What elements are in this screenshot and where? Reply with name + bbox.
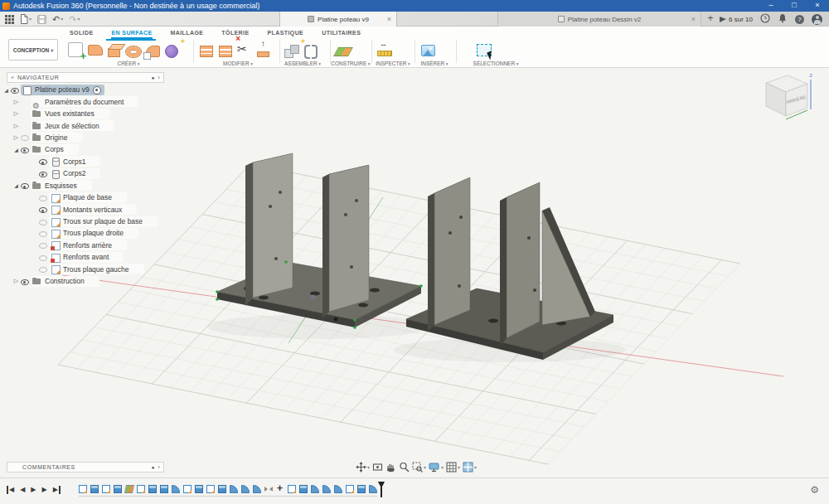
job-status[interactable]: 6 sur 10: [720, 16, 753, 23]
document-tab-inactive[interactable]: Platine poteau Dessin v2 ×: [497, 12, 701, 27]
panel-collapse-icon[interactable]: ›: [158, 463, 160, 471]
navigator-item[interactable]: Origine: [0, 132, 182, 143]
visibility-eye-icon[interactable]: [21, 277, 31, 285]
tab-close-icon[interactable]: ×: [387, 15, 391, 23]
timeline-feature-icon[interactable]: [357, 485, 366, 493]
expander-icon[interactable]: [12, 123, 21, 129]
navigator-item[interactable]: Trous plaque droite: [0, 227, 182, 239]
activate-component-radio[interactable]: [64, 145, 75, 153]
timeline-feature-icon[interactable]: [276, 485, 284, 493]
timeline-feature-icon[interactable]: [322, 485, 331, 493]
activate-component-radio[interactable]: [67, 133, 79, 142]
navigator-item[interactable]: Platine poteau v9: [0, 84, 182, 95]
redo-icon[interactable]: ↷: [69, 15, 80, 24]
expander-icon[interactable]: [12, 99, 21, 105]
new-tab-button[interactable]: +: [704, 12, 717, 27]
collapse-chevrons-icon[interactable]: «: [11, 75, 14, 80]
ribbon-tab[interactable]: SOLIDE: [70, 30, 93, 39]
pan-orbit-icon[interactable]: [356, 462, 370, 472]
select-group-label[interactable]: SÉLECTIONNER: [473, 61, 519, 66]
visibility-eye-icon[interactable]: [39, 193, 49, 201]
extrude-button[interactable]: [105, 41, 124, 61]
visibility-eye-icon[interactable]: [39, 158, 49, 166]
construct-group-label[interactable]: CONSTRUIRE: [331, 61, 370, 66]
ribbon-tab[interactable]: PLASTIQUE: [268, 30, 304, 39]
go-to-end-button[interactable]: ▶: [53, 486, 61, 494]
expander-icon[interactable]: [12, 147, 21, 153]
grid-settings-icon[interactable]: [446, 462, 460, 472]
navigator-item[interactable]: Vues existantes: [0, 108, 182, 119]
visibility-eye-icon[interactable]: [21, 122, 31, 130]
activate-component-radio[interactable]: [90, 85, 101, 94]
modify-group-label[interactable]: MODIFIER: [223, 61, 253, 66]
visibility-eye-icon[interactable]: [39, 253, 49, 261]
activate-component-radio[interactable]: [122, 206, 133, 214]
navigator-item[interactable]: Jeux de sélection: [0, 119, 182, 131]
model-bracket-left[interactable]: [216, 153, 423, 329]
activate-component-radio[interactable]: [85, 158, 97, 166]
play-button[interactable]: ▶: [31, 486, 36, 494]
notification-bell-icon[interactable]: [778, 12, 788, 27]
construction-plane-button[interactable]: [333, 41, 352, 61]
timeline-feature-icon[interactable]: [160, 485, 168, 493]
file-menu-icon[interactable]: [20, 14, 32, 24]
activate-component-radio[interactable]: [99, 122, 111, 130]
visibility-eye-icon[interactable]: [21, 182, 31, 190]
expander-icon[interactable]: [12, 134, 21, 141]
comments-header[interactable]: COMMENTAIRES ● ›: [7, 462, 164, 472]
activate-component-radio[interactable]: [85, 277, 96, 285]
activate-component-radio[interactable]: [95, 109, 106, 118]
navigator-item[interactable]: Trous plaque gauche: [0, 264, 182, 275]
timeline-feature-icon[interactable]: [148, 485, 157, 493]
timeline-feature-icon[interactable]: [230, 485, 238, 493]
delete-face-button[interactable]: ×: [216, 41, 235, 61]
timeline-feature-icon[interactable]: [79, 485, 87, 493]
timeline-feature-icon[interactable]: [172, 485, 180, 493]
activate-component-radio[interactable]: [143, 217, 154, 225]
timeline-feature-icon[interactable]: [311, 485, 319, 493]
display-settings-icon[interactable]: [429, 462, 444, 472]
select-button[interactable]: [475, 41, 494, 61]
navigator-header[interactable]: « NAVIGATEUR ● ›: [7, 72, 164, 83]
create-form-button[interactable]: +: [162, 41, 182, 61]
visibility-eye-icon[interactable]: [39, 169, 49, 177]
activate-component-radio[interactable]: [112, 241, 124, 250]
visibility-eye-icon[interactable]: [21, 109, 31, 118]
view-cube[interactable]: Z ARRIÈRE: [753, 71, 822, 133]
model-bracket-right[interactable]: [406, 177, 613, 360]
visibility-eye-icon[interactable]: [39, 206, 49, 214]
timeline-position-marker[interactable]: [381, 482, 382, 497]
navigator-item[interactable]: Corps1: [0, 156, 182, 167]
extend-button[interactable]: ↑: [255, 41, 274, 61]
patch-button[interactable]: [86, 41, 105, 61]
zoom-window-icon[interactable]: [412, 462, 426, 472]
panel-options-icon[interactable]: ●: [152, 465, 155, 470]
ruled-surface-button[interactable]: [197, 41, 216, 61]
joint-button[interactable]: [302, 41, 321, 61]
visibility-eye-icon[interactable]: [39, 265, 49, 274]
create-group-label[interactable]: CRÉER: [117, 61, 139, 66]
expander-icon[interactable]: [12, 182, 21, 188]
visibility-eye-icon[interactable]: [11, 85, 21, 94]
activate-component-radio[interactable]: [112, 193, 124, 201]
visibility-eye-icon[interactable]: [39, 241, 49, 250]
navigator-item[interactable]: Construction: [0, 275, 182, 287]
navigator-item[interactable]: Esquisses: [0, 180, 182, 191]
timeline-feature-icon[interactable]: [288, 485, 296, 493]
navigator-item[interactable]: Trous sur plaque de base: [0, 216, 182, 227]
visibility-eye-icon[interactable]: [21, 98, 31, 106]
close-button[interactable]: ×: [806, 0, 829, 12]
activate-component-radio[interactable]: [124, 229, 135, 237]
navigator-item[interactable]: Renforts arrière: [0, 240, 182, 251]
timeline-feature-icon[interactable]: [137, 485, 145, 493]
new-component-button[interactable]: +: [283, 41, 302, 61]
ribbon-tab[interactable]: EN SURFACE: [111, 30, 152, 39]
navigator-item[interactable]: Corps: [0, 143, 182, 155]
navigator-item[interactable]: Corps2: [0, 167, 182, 179]
expander-icon[interactable]: [2, 87, 11, 93]
visibility-eye-icon[interactable]: [39, 229, 49, 237]
go-to-start-button[interactable]: ◀: [7, 486, 14, 494]
timeline-feature-icon[interactable]: [102, 485, 110, 493]
create-sketch-button[interactable]: [67, 41, 86, 61]
zoom-icon[interactable]: [399, 462, 410, 472]
